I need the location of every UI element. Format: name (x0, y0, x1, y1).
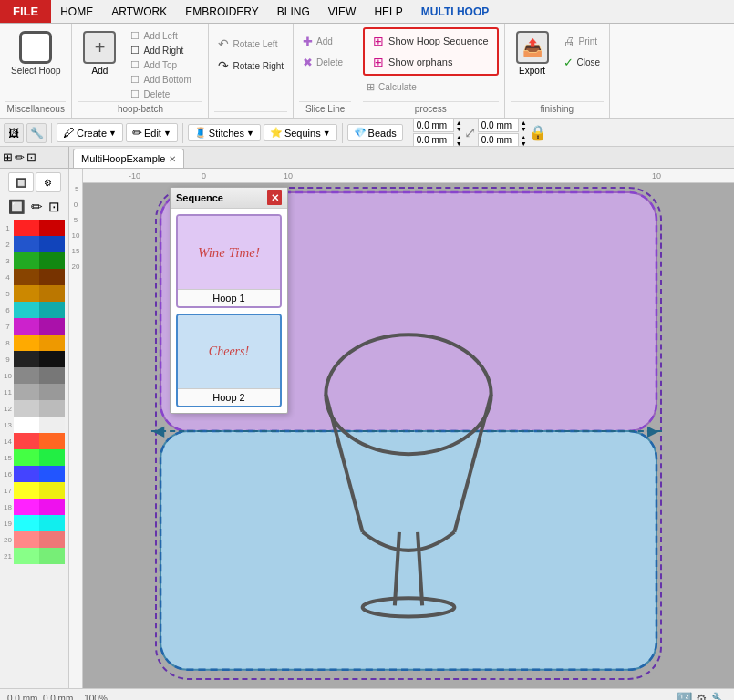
delete-button[interactable]: ☐ Delete (127, 88, 194, 101)
color-swatch-16-a[interactable] (14, 466, 39, 482)
mm-input2[interactable] (413, 133, 454, 147)
color-swatch-13-a[interactable] (14, 417, 39, 433)
delete-slice-button[interactable]: ✖ Delete (299, 54, 351, 71)
color-swatch-2-b[interactable] (39, 236, 65, 252)
file-menu[interactable]: FILE (0, 0, 51, 23)
color-swatch-7-a[interactable] (14, 318, 39, 335)
export-button[interactable]: 📤 Export (511, 27, 554, 101)
menu-embroidery[interactable]: EMBROIDERY (176, 2, 267, 22)
calculate-button[interactable]: ⊞ Calculate (363, 79, 498, 95)
color-swatch-3-b[interactable] (39, 252, 65, 269)
status-icon1: 🔢 (677, 692, 692, 701)
mm-input3[interactable] (478, 118, 519, 132)
select-hoop-button[interactable]: Select Hoop (5, 27, 66, 101)
color-swatch-8-b[interactable] (39, 335, 65, 351)
color-swatch-9-a[interactable] (14, 351, 39, 367)
color-swatch-11-b[interactable] (39, 384, 65, 400)
add-right-button[interactable]: ☐ Add Right (127, 44, 194, 57)
color-swatch-19-b[interactable] (39, 515, 65, 531)
menu-home[interactable]: HOME (51, 2, 102, 22)
add-bottom-button[interactable]: ☐ Add Bottom (127, 73, 194, 87)
color-swatch-10-b[interactable] (39, 367, 65, 384)
color-swatch-10-a[interactable] (14, 367, 39, 384)
hoop2-card[interactable]: Cheers! Hoop 2 (176, 314, 282, 407)
mm-down3[interactable]: ▼ (521, 126, 527, 132)
color-swatch-21-a[interactable] (14, 548, 39, 564)
edit-dropdown[interactable]: ✏ Edit ▼ (126, 123, 178, 142)
menu-bling[interactable]: BLING (268, 2, 319, 22)
beads-dropdown[interactable]: 💎 Beads (347, 124, 403, 141)
tab-close-icon[interactable]: ✕ (169, 154, 176, 164)
close-button[interactable]: ✓ Close (560, 54, 605, 71)
tool-icon-edit[interactable]: ✏ (15, 150, 25, 164)
color-swatch-12-a[interactable] (14, 400, 39, 417)
add-button[interactable]: + Add (78, 27, 121, 101)
color-swatch-6-b[interactable] (39, 302, 65, 318)
sidebar-icon-c[interactable]: ⊡ (47, 197, 62, 217)
sidebar-icon-b[interactable]: ✏ (29, 197, 45, 217)
color-swatch-21-b[interactable] (39, 548, 65, 564)
mm-up1[interactable]: ▲ (456, 119, 462, 126)
color-swatch-2-a[interactable] (14, 236, 39, 252)
rotate-right-button[interactable]: ↷ Rotate Right (214, 57, 287, 75)
stitches-dropdown[interactable]: 🧵 Stitches ▼ (188, 124, 261, 141)
color-swatch-14-a[interactable] (14, 433, 39, 449)
mm-down4[interactable]: ▼ (521, 140, 527, 147)
mm-down1[interactable]: ▼ (456, 126, 462, 132)
color-swatch-9-b[interactable] (39, 351, 65, 367)
mm-input4[interactable] (478, 133, 519, 147)
color-swatch-15-a[interactable] (14, 449, 39, 466)
tab-multihoopexample[interactable]: MultiHoopExample ✕ (73, 149, 184, 168)
sequence-panel-header[interactable]: Sequence ✕ (171, 188, 287, 209)
menu-artwork[interactable]: ARTWORK (102, 2, 176, 22)
mm-up2[interactable]: ▲ (456, 134, 462, 140)
color-swatch-17-a[interactable] (14, 482, 39, 499)
show-orphans-button[interactable]: ⊞ Show orphans (369, 53, 491, 71)
color-swatch-12-b[interactable] (39, 400, 65, 417)
color-swatch-3-a[interactable] (14, 252, 39, 269)
color-swatch-5-b[interactable] (39, 285, 65, 302)
color-swatch-8-a[interactable] (14, 335, 39, 351)
color-swatch-7-b[interactable] (39, 318, 65, 335)
color-swatch-16-b[interactable] (39, 466, 65, 482)
color-swatch-20-b[interactable] (39, 531, 65, 548)
create-dropdown[interactable]: 🖊 Create ▼ (57, 123, 123, 142)
tool-icon-nodes[interactable]: ⊡ (26, 150, 36, 164)
color-swatch-18-a[interactable] (14, 499, 39, 515)
print-button[interactable]: 🖨 Print (560, 33, 605, 50)
menu-help[interactable]: HELP (365, 2, 411, 22)
color-swatch-17-b[interactable] (39, 482, 65, 499)
mm-input1[interactable] (413, 118, 454, 132)
menu-view[interactable]: VIEW (319, 2, 366, 22)
hoop1-card[interactable]: Wine Time! Hoop 1 (176, 214, 282, 308)
show-hoop-sequence-button[interactable]: ⊞ Show Hoop Sequence (369, 32, 491, 50)
mm-up3[interactable]: ▲ (521, 119, 527, 126)
color-swatch-1-b[interactable] (39, 220, 65, 236)
color-swatch-14-b[interactable] (39, 433, 65, 449)
color-swatch-1-a[interactable] (14, 220, 39, 236)
add-slice-button[interactable]: ✚ Add (299, 33, 351, 50)
rotate-left-button[interactable]: ↶ Rotate Left (214, 35, 287, 53)
color-swatch-4-a[interactable] (14, 269, 39, 285)
add-left-button[interactable]: ☐ Add Left (127, 29, 194, 43)
sequence-close-button[interactable]: ✕ (267, 190, 282, 205)
color-swatch-20-a[interactable] (14, 531, 39, 548)
row-num-13: 13 (3, 417, 14, 433)
color-swatch-18-b[interactable] (39, 499, 65, 515)
color-swatch-4-b[interactable] (39, 269, 65, 285)
color-swatch-5-a[interactable] (14, 285, 39, 302)
sequins-dropdown[interactable]: ⭐ Sequins ▼ (264, 124, 337, 141)
color-swatch-19-a[interactable] (14, 515, 39, 531)
color-swatch-11-a[interactable] (14, 384, 39, 400)
tool-icon-layers[interactable]: ⊞ (3, 150, 13, 164)
color-swatch-13-b[interactable] (39, 417, 65, 433)
color-swatch-15-b[interactable] (39, 449, 65, 466)
color-swatch-6-a[interactable] (14, 302, 39, 318)
sidebar-icon-a[interactable]: 🔲 (6, 197, 27, 217)
sidebar-tool1[interactable]: 🔲 (8, 172, 34, 192)
sidebar-tool2[interactable]: ⚙ (36, 172, 61, 192)
menu-multi-hoop[interactable]: MULTI HOOP (412, 2, 498, 22)
mm-down2[interactable]: ▼ (456, 140, 462, 147)
mm-up4[interactable]: ▲ (521, 134, 527, 140)
add-top-button[interactable]: ☐ Add Top (127, 58, 194, 72)
